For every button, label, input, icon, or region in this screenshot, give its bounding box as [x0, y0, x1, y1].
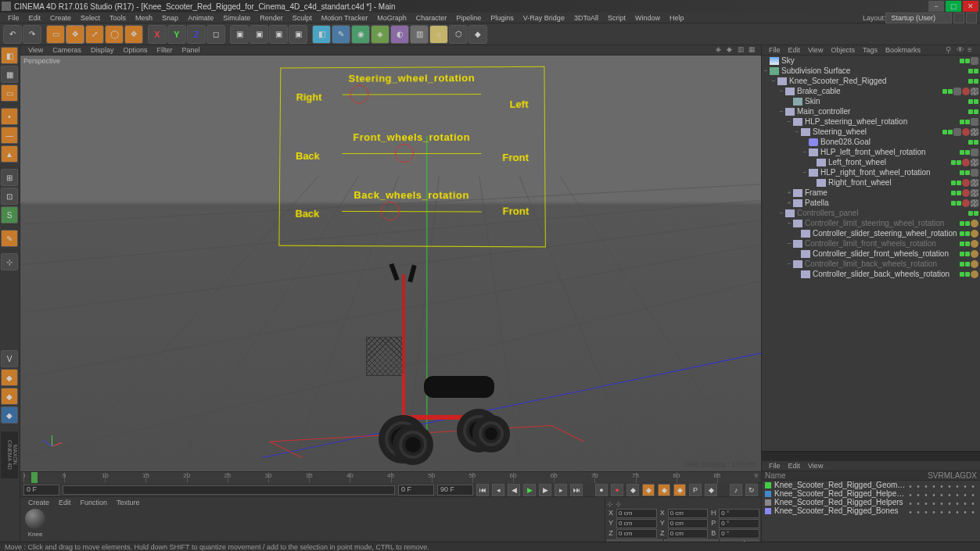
obj-node-bone028-goal[interactable]: Bone028.Goal [762, 137, 980, 147]
render-settings-button[interactable]: ▣ [289, 25, 307, 44]
pos-y-field[interactable]: 0 cm [616, 519, 657, 528]
layer-toggle-icon[interactable]: • [914, 482, 922, 488]
size-x-field[interactable]: 0 cm [668, 509, 709, 518]
obj-tag-icon[interactable] [971, 159, 978, 166]
pos-z-field[interactable]: 0 cm [616, 529, 657, 538]
menu-select[interactable]: Select [76, 14, 105, 22]
obj-node-knee-scooter-red-rigged[interactable]: −Knee_Scooter_Red_Rigged [762, 76, 980, 86]
menu-tools[interactable]: Tools [105, 14, 131, 22]
rot-h-field[interactable]: 0 ° [719, 509, 759, 518]
visibility-dot[interactable] [957, 201, 961, 206]
material-item[interactable]: Knee [23, 509, 47, 540]
layer-toggle-icon[interactable]: • [906, 499, 914, 506]
render-view-button[interactable]: ▣ [230, 25, 249, 44]
menu-3dtoall[interactable]: 3DToAll [569, 14, 603, 22]
layer-toggle-icon[interactable]: • [930, 499, 938, 506]
obj-tag-icon[interactable] [971, 148, 978, 156]
timeline-ruler[interactable]: 051015202530354045505560657075808590 [20, 471, 761, 482]
layer-toggle-icon[interactable]: • [969, 491, 977, 497]
obj-node-hlp-left-front-wheel-rotation[interactable]: −HLP_left_front_wheel_rotation [762, 147, 980, 157]
eye-icon[interactable]: 👁 [957, 45, 966, 55]
minimize-button[interactable]: − [928, 1, 944, 12]
visibility-dot[interactable] [974, 99, 978, 104]
layer-toggle-icon[interactable]: • [953, 491, 961, 497]
obj-node-skin[interactable]: Skin [762, 96, 980, 106]
layer-row[interactable]: Knee_Scooter_Red_Rigged_Helpers••••••••• [762, 498, 980, 506]
objmenu-objects[interactable]: Objects [827, 46, 859, 54]
matmenu-function[interactable]: Function [76, 499, 113, 506]
search-icon[interactable]: ⚲ [946, 45, 955, 55]
obj-tag-icon[interactable] [971, 128, 978, 136]
tree-twisty[interactable]: − [793, 128, 801, 135]
obj-node-subdivision-surface[interactable]: −Subdivision Surface [762, 66, 980, 76]
layer-toggle-icon[interactable]: • [930, 482, 938, 488]
tree-twisty[interactable]: + [785, 199, 793, 206]
layer-toggle-icon[interactable]: • [946, 499, 953, 506]
visibility-dot[interactable] [974, 79, 978, 84]
obj-node-controller-limit-back-wheels-rotation[interactable]: −Controller_limit_back_wheels_rotation [762, 259, 980, 269]
visibility-dot[interactable] [968, 109, 973, 114]
layer-toggle-icon[interactable]: • [961, 499, 969, 506]
viewport[interactable]: Perspective Grid Spacing : 100 cm Steeri… [20, 55, 761, 471]
obj-node-controller-slider-steering-wheel-rotation[interactable]: Controller_slider_steering_wheel_rotatio… [762, 228, 980, 238]
layer-row[interactable]: Knee_Scooter_Red_Rigged_Helpers_Freeze••… [762, 489, 980, 498]
visibility-dot[interactable] [960, 59, 964, 63]
tree-twisty[interactable]: − [777, 108, 785, 115]
layer-toggle-icon[interactable]: • [914, 491, 922, 497]
camera-button[interactable]: ▥ [410, 25, 429, 44]
menu-plugins[interactable]: Plugins [486, 14, 519, 22]
obj-tag-icon[interactable] [971, 118, 978, 126]
obj-tag-icon[interactable] [971, 199, 978, 207]
menu-help[interactable]: Help [665, 14, 689, 22]
objmenu-edit[interactable]: Edit [784, 46, 805, 54]
vp-nav4-icon[interactable]: ▦ [748, 45, 758, 55]
size-y-field[interactable]: 0 cm [668, 519, 709, 528]
visibility-dot[interactable] [965, 59, 970, 63]
render-pv-button[interactable]: ▣ [269, 25, 288, 44]
obj-node-patella[interactable]: +Patella [762, 198, 980, 208]
pos-x-field[interactable]: 0 cm [616, 509, 657, 518]
layer-toggle-icon[interactable]: • [938, 482, 946, 488]
matmenu-texture[interactable]: Texture [112, 499, 145, 506]
layer-toggle-icon[interactable]: • [953, 508, 961, 514]
workplane-button[interactable]: ▭ [1, 84, 18, 102]
obj-node-controller-slider-front-wheels-rotation[interactable]: Controller_slider_front_wheels_rotation [762, 249, 980, 259]
obj-node-brake-cable[interactable]: −Brake_cable [762, 86, 980, 96]
layer-toggle-icon[interactable]: • [938, 499, 946, 506]
tree-twisty[interactable]: − [801, 148, 809, 156]
layer-toggle-icon[interactable]: • [961, 508, 969, 514]
range-slider[interactable] [63, 485, 395, 495]
obj-tag-icon[interactable] [971, 230, 978, 238]
object-tree[interactable]: Sky−Subdivision Surface−Knee_Scooter_Red… [762, 55, 980, 451]
visibility-dot[interactable] [951, 191, 956, 195]
visibility-dot[interactable] [968, 69, 973, 73]
visibility-dot[interactable] [960, 170, 964, 175]
softselect-button[interactable]: S [1, 206, 18, 224]
laymenu-file[interactable]: File [765, 462, 784, 470]
obj-tag-icon[interactable] [971, 169, 978, 177]
obj-tag-icon[interactable] [971, 220, 978, 227]
obj-tag-icon[interactable] [971, 189, 978, 197]
obj-tag-icon[interactable] [962, 159, 970, 166]
undo-button[interactable]: ↶ [3, 25, 22, 44]
visibility-dot[interactable] [960, 252, 964, 256]
material-shelf[interactable]: Knee [20, 507, 605, 542]
menu-motion-tracker[interactable]: Motion Tracker [317, 14, 373, 22]
visibility-dot[interactable] [957, 181, 961, 185]
deformer-button[interactable]: ◈ [371, 25, 389, 44]
tree-twisty[interactable]: − [777, 209, 785, 216]
visibility-dot[interactable] [942, 130, 947, 134]
menu-v-ray-bridge[interactable]: V-Ray Bridge [519, 14, 569, 22]
visibility-dot[interactable] [965, 252, 970, 256]
menu-edit[interactable]: Edit [24, 14, 46, 22]
vpmenu-cameras[interactable]: Cameras [48, 46, 86, 54]
tree-twisty[interactable]: − [785, 118, 793, 125]
snap-enable-button[interactable]: ⊞ [1, 169, 18, 186]
obj-tag-icon[interactable] [953, 88, 961, 95]
autokey-button[interactable]: ● [611, 484, 623, 496]
knee-scooter-model[interactable] [349, 259, 521, 454]
ctrl3-handle[interactable] [381, 202, 400, 220]
frame-to-field[interactable]: 90 F [437, 485, 473, 496]
layer-toggle-icon[interactable]: • [930, 491, 938, 497]
layer-toggle-icon[interactable]: • [961, 482, 969, 488]
